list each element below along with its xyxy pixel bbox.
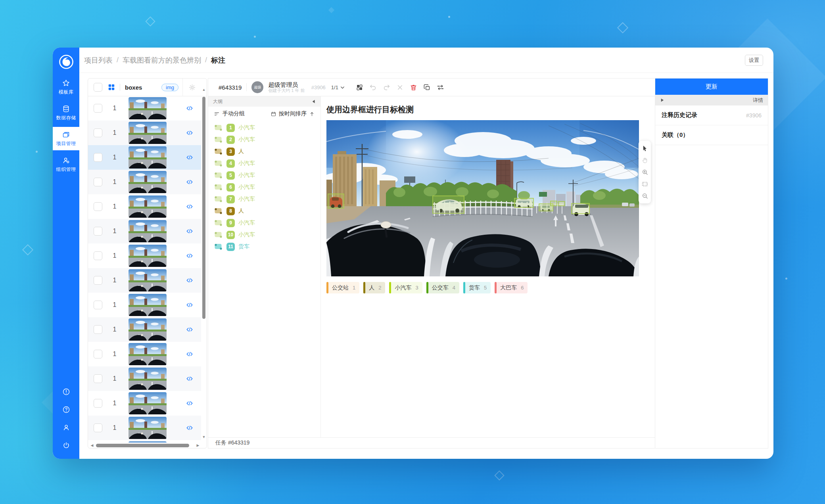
breadcrumb-item[interactable]: 车载图看前方的景色辨别	[123, 56, 201, 65]
help-icon[interactable]	[62, 406, 70, 414]
outline-annotation-item[interactable]: 3 人	[208, 146, 320, 157]
code-icon[interactable]	[186, 424, 193, 431]
table-row[interactable]: 1	[88, 416, 201, 440]
code-icon[interactable]	[186, 301, 193, 309]
label-chip[interactable]: 小汽车 3	[389, 282, 422, 293]
row-thumbnail[interactable]	[129, 122, 167, 144]
bounding-box[interactable]	[514, 198, 533, 207]
row-checkbox[interactable]	[94, 104, 102, 113]
scroll-up-icon[interactable]: ▲	[201, 87, 206, 92]
horizontal-scrollbar[interactable]: ◀ ▶	[90, 443, 200, 448]
gear-icon[interactable]	[188, 84, 196, 91]
transfer-button[interactable]	[435, 81, 447, 93]
code-icon[interactable]	[186, 277, 193, 284]
table-row[interactable]: 1	[88, 293, 201, 317]
duplicate-button[interactable]	[421, 81, 433, 93]
relations-row[interactable]: 关联（0）	[655, 125, 768, 145]
bounding-box[interactable]	[328, 194, 344, 208]
label-chip[interactable]: 货车 5	[463, 282, 491, 293]
row-checkbox[interactable]	[94, 325, 102, 334]
label-chip[interactable]: 大巴车 6	[495, 282, 528, 293]
code-icon[interactable]	[186, 129, 193, 136]
select-all-checkbox[interactable]	[94, 83, 102, 92]
row-checkbox[interactable]	[94, 251, 102, 260]
sort-control[interactable]: 按时间排序	[271, 110, 315, 117]
row-thumbnail[interactable]	[129, 171, 167, 193]
row-checkbox[interactable]	[94, 202, 102, 211]
sidebar-item-organization[interactable]: 组织管理	[53, 153, 79, 176]
row-thumbnail[interactable]	[129, 294, 167, 316]
code-icon[interactable]	[186, 154, 193, 161]
annotation-canvas[interactable]	[326, 120, 639, 276]
outline-annotation-item[interactable]: 10 小汽车	[208, 229, 320, 241]
code-icon[interactable]	[186, 203, 193, 210]
code-icon[interactable]	[186, 228, 193, 235]
outline-annotation-item[interactable]: 4 小汽车	[208, 157, 320, 169]
group-by-control[interactable]: 手动分组	[214, 110, 245, 117]
sidebar-item-storage[interactable]: 数据存储	[53, 101, 79, 125]
row-checkbox[interactable]	[94, 153, 102, 162]
collapse-left-icon[interactable]	[312, 100, 316, 103]
zoom-in-button[interactable]	[639, 166, 651, 178]
code-icon[interactable]	[186, 351, 193, 358]
table-row[interactable]: 1	[88, 219, 201, 243]
table-row[interactable]: 1	[88, 121, 201, 145]
row-thumbnail[interactable]	[129, 195, 167, 218]
table-row[interactable]: 1	[88, 317, 201, 342]
scrollbar-thumb[interactable]	[96, 444, 189, 447]
row-thumbnail[interactable]	[129, 245, 167, 267]
table-row[interactable]: 1	[88, 342, 201, 366]
row-thumbnail[interactable]	[129, 343, 167, 365]
label-chip[interactable]: 公交站 1	[326, 282, 359, 293]
code-icon[interactable]	[186, 252, 193, 259]
user-icon[interactable]	[62, 424, 70, 431]
table-row[interactable]: 1	[88, 96, 201, 121]
table-row[interactable]: 1	[88, 145, 201, 170]
table-row[interactable]: 1	[88, 170, 201, 194]
code-icon[interactable]	[186, 400, 193, 407]
code-icon[interactable]	[186, 105, 193, 112]
row-thumbnail[interactable]	[129, 97, 167, 119]
code-icon[interactable]	[186, 178, 193, 186]
redo-button[interactable]	[381, 81, 393, 93]
table-row[interactable]: 1	[88, 391, 201, 416]
outline-annotation-item[interactable]: 1 小汽车	[208, 122, 320, 134]
app-logo[interactable]	[58, 54, 74, 70]
row-checkbox[interactable]	[94, 227, 102, 236]
row-thumbnail[interactable]	[129, 392, 167, 414]
scroll-left-icon[interactable]: ◀	[90, 443, 94, 448]
bounding-box[interactable]	[558, 201, 565, 206]
scroll-right-icon[interactable]: ▶	[196, 443, 200, 448]
outline-annotation-item[interactable]: 2 小汽车	[208, 134, 320, 146]
row-checkbox[interactable]	[94, 301, 102, 309]
outline-annotation-item[interactable]: 5 小汽车	[208, 169, 320, 181]
row-checkbox[interactable]	[94, 350, 102, 358]
bounding-box[interactable]	[433, 196, 464, 213]
table-row[interactable]: 1	[88, 268, 201, 293]
reset-button[interactable]	[394, 81, 406, 93]
fit-to-screen-button[interactable]	[639, 178, 651, 190]
select-tool-button[interactable]	[639, 142, 651, 154]
update-button[interactable]: 更新	[655, 79, 768, 95]
notice-icon[interactable]	[62, 388, 70, 396]
code-icon[interactable]	[186, 326, 193, 333]
avatar[interactable]: 超级	[251, 81, 263, 93]
row-thumbnail[interactable]	[129, 220, 167, 242]
bounding-box[interactable]	[551, 201, 557, 206]
breadcrumb-item[interactable]: 项目列表	[84, 56, 113, 65]
annotation-history-row[interactable]: 注释历史记录 #3906	[655, 105, 768, 125]
pan-tool-button[interactable]	[639, 154, 651, 166]
row-thumbnail[interactable]	[129, 146, 167, 169]
row-checkbox[interactable]	[94, 399, 102, 408]
table-row[interactable]: 1	[88, 366, 201, 391]
row-thumbnail[interactable]	[129, 417, 167, 439]
outline-annotation-item[interactable]: 11 货车	[208, 241, 320, 253]
row-checkbox[interactable]	[94, 276, 102, 285]
outline-annotation-item[interactable]: 8 人	[208, 205, 320, 217]
grid-layout-button[interactable]	[354, 81, 366, 93]
row-checkbox[interactable]	[94, 178, 102, 186]
delete-button[interactable]	[408, 81, 420, 93]
table-row[interactable]: 1	[88, 243, 201, 268]
zoom-out-button[interactable]	[639, 190, 651, 202]
bounding-box[interactable]	[572, 203, 589, 214]
